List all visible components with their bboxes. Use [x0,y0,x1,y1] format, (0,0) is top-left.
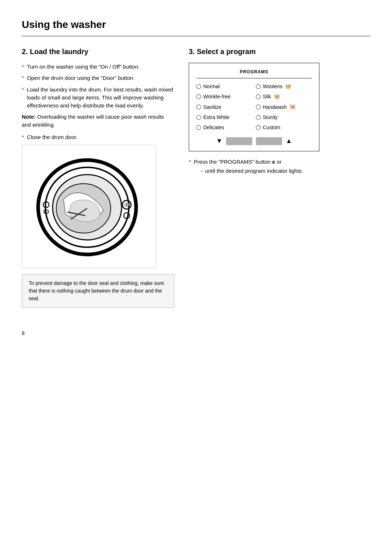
program-normal-label: Normal [203,83,220,90]
programs-bottom: ▼ ▲ [196,136,312,146]
caret-icon: ^ [189,159,191,166]
radio-extra-white [196,115,201,120]
bullet-open-door-text: Open the drum door using the "Door" butt… [27,74,174,82]
programs-grid: Normal Woolens 🧺 Wrinkle-free Silk 🧺 [196,83,312,131]
washer-illustration [22,145,156,268]
program-woolens: Woolens 🧺 [256,83,312,90]
title-divider [22,36,370,36]
bullet-turn-on-text: Turn on the washer using the "On / Off" … [27,63,174,71]
program-woolens-label: Woolens [263,83,282,90]
program-handwash-label: Handwash [263,103,287,111]
load-laundry-section: 2. Load the laundry ^ Turn on the washer… [22,46,174,308]
program-button-right[interactable] [256,137,282,145]
caret-icon: ^ [22,75,24,82]
bullet-turn-on: ^ Turn on the washer using the "On / Off… [22,63,174,71]
program-delicates: Delicates [196,124,252,131]
program-sanitize: Sanitize [196,103,252,111]
radio-delicates [196,125,201,130]
select-program-section: 3. Select a program PROGRAMS Normal Wool… [189,46,370,178]
program-normal: Normal [196,83,252,90]
button-e-label: e [272,159,275,165]
note-label: Note: [22,114,36,120]
program-custom: Custom [256,124,312,131]
select-instruction-text: Press the "PROGRAMS" button e or - until… [194,158,303,175]
program-custom-label: Custom [263,124,280,131]
caret-icon: ^ [22,134,24,141]
warning-box: To prevent damage to the door seal and c… [22,274,174,308]
program-sturdy-label: Sturdy [263,114,277,121]
radio-silk [256,94,261,99]
program-sturdy: Sturdy [256,114,312,121]
radio-woolens [256,84,261,89]
program-silk-label: Silk [263,93,271,100]
arrow-up-icon: ▲ [286,136,292,146]
program-silk: Silk 🧺 [256,93,312,100]
bullet-open-door: ^ Open the drum door using the "Door" bu… [22,74,174,82]
note-block: Note: Overloading the washer will cause … [22,113,174,129]
arrow-down-icon: ▼ [216,136,222,146]
bullet-close-door-text: Close the drum door. [27,133,174,141]
radio-sanitize [196,105,201,109]
program-wrinklefree-label: Wrinkle-free [203,93,230,100]
radio-custom [256,125,261,130]
program-extrawhite-label: Extra White [203,114,229,121]
program-button-left[interactable] [226,137,252,145]
caret-icon: ^ [22,64,24,70]
caret-icon: ^ [22,86,24,93]
load-laundry-heading: 2. Load the laundry [22,46,174,57]
radio-wrinkle-free [196,94,201,99]
note-content: Overloading the washer will cause poor w… [22,114,164,128]
dash: - [201,167,203,175]
program-handwash: Handwash 🧺 [256,103,312,111]
select-program-heading: 3. Select a program [189,46,370,57]
program-delicates-label: Delicates [203,124,224,131]
woolens-icon: 🧺 [285,83,291,90]
bullet-load-laundry: ^ Load the laundry into the drum. For be… [22,86,174,109]
radio-sturdy [256,115,261,120]
washer-svg [31,152,147,261]
programs-title: PROGRAMS [196,69,312,78]
select-instruction: ^ Press the "PROGRAMS" button e or - unt… [189,158,370,175]
page-number: 8 [22,330,370,337]
svg-point-7 [124,203,129,207]
programs-panel: PROGRAMS Normal Woolens 🧺 Wrinkle-free [189,63,319,151]
bullet-close-door: ^ Close the drum door. [22,133,174,141]
select-sub-text: - until the desired program indicator li… [201,167,303,175]
bullet-load-laundry-text: Load the laundry into the drum. For best… [27,86,174,109]
page-title: Using the washer [22,17,370,32]
handwash-icon: 🧺 [290,103,295,110]
radio-handwash [256,105,261,109]
program-extra-white: Extra White [196,114,252,121]
program-sanitize-label: Sanitize [203,103,221,111]
select-until-text: until the desired program indicator ligh… [205,167,303,175]
radio-normal [196,84,201,89]
warning-text: To prevent damage to the door seal and c… [29,280,164,301]
silk-icon: 🧺 [274,93,280,100]
program-wrinkle-free: Wrinkle-free [196,93,252,100]
